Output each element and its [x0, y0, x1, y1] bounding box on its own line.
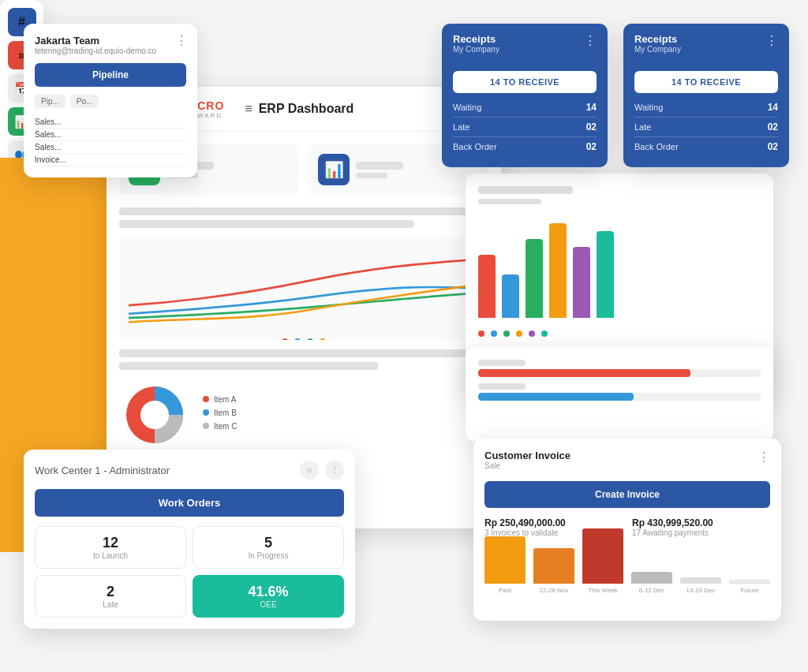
wc-circle-icon[interactable]: ○	[300, 461, 319, 480]
hbar-fill-1	[478, 369, 690, 377]
chart-legend-dots	[129, 338, 479, 340]
invoice-amount-2: Rp 430,999,520.00 17 Awaiting payments	[632, 517, 770, 537]
receipt1-more-icon[interactable]: ⋮	[584, 33, 597, 48]
receipt-label-backorder-2: Back Order	[634, 142, 679, 151]
receipt-row-backorder-1: Back Order 02	[453, 137, 597, 156]
inv-bar-group-nov: 22-28 Nov	[533, 548, 574, 594]
line2	[119, 362, 378, 370]
receive-button-2[interactable]: 14 TO RECEIVE	[634, 71, 778, 93]
erp-dashboard-title: ERP Dashboard	[259, 102, 354, 116]
bar-group-3	[526, 239, 543, 318]
hbar-bg-2	[478, 393, 761, 401]
receipt-title-1: Receipts	[453, 33, 499, 45]
legend-item: Item A	[203, 395, 488, 404]
dot-yellow	[320, 338, 326, 340]
receipt-val-waiting-2: 14	[768, 102, 778, 113]
wc-stat-label-inprogress: In Progress	[201, 551, 335, 560]
wc-stat-late: 2 Late	[35, 575, 186, 618]
legend-dot-2	[491, 330, 497, 337]
receive-button-1[interactable]: 14 TO RECEIVE	[453, 71, 597, 93]
inv-bar-group-dec13: 13-19 Dec	[680, 577, 721, 594]
work-orders-button[interactable]: Work Orders	[35, 489, 344, 517]
receipt-row-waiting-1: Waiting 14	[453, 98, 597, 118]
stat-info-chart	[356, 162, 403, 178]
erp-title-area: ≡ ERP Dashboard	[245, 102, 354, 116]
legend-item: Item B	[203, 409, 488, 417]
inv-bar-future	[729, 580, 770, 584]
inv-bar-past	[484, 536, 526, 584]
bar-group-5	[573, 247, 590, 318]
wc-stat-oee: 41.6% OEE	[193, 575, 344, 618]
wc-stat-label-late: Late	[43, 600, 178, 609]
chart-icon: 📊	[318, 154, 350, 185]
bar-6	[597, 231, 614, 318]
line2	[119, 349, 488, 357]
bar-group-6	[597, 231, 614, 318]
invoice-subtitle: Sale	[484, 461, 570, 470]
invoice-amounts: Rp 250,490,000.00 3 Invoices to validate…	[484, 517, 770, 537]
jakarta-list-item[interactable]: Invoice...	[35, 154, 186, 166]
pipeline-button[interactable]: Pipeline	[35, 63, 186, 87]
receipt-val-backorder-2: 02	[768, 141, 778, 152]
create-invoice-button[interactable]: Create Invoice	[484, 481, 770, 508]
receipt2-more-icon[interactable]: ⋮	[765, 33, 778, 48]
inv-bar-group-past: Past	[484, 536, 526, 594]
bar-chart-area	[478, 214, 761, 324]
inv-bar-thisweek	[582, 528, 623, 584]
jakarta-more-button[interactable]: ⋮	[175, 33, 188, 48]
bar-4	[549, 223, 567, 318]
jakarta-card-title: Jakarta Team	[35, 35, 186, 47]
receipt-row-late-1: Late 02	[453, 118, 597, 137]
jakarta-list-item[interactable]: Sales...	[35, 116, 186, 129]
wc-stat-val-late: 2	[43, 584, 178, 600]
receipt-label-late-1: Late	[453, 122, 469, 132]
receipt-header-1: Receipts My Company ⋮	[442, 24, 608, 63]
legend-dot-4	[516, 330, 522, 337]
jakarta-list-item[interactable]: Sales...	[35, 141, 186, 154]
wc-icons: ○ ⋮	[300, 461, 344, 480]
pie-chart	[119, 379, 190, 450]
legend-dot-red	[203, 396, 209, 402]
wc-more-icon[interactable]: ⋮	[325, 461, 344, 480]
receipt-label-backorder-1: Back Order	[453, 142, 497, 151]
bar-3	[526, 239, 543, 318]
receipt-subtitle-2: My Company	[634, 45, 681, 54]
receipt-label-waiting-1: Waiting	[453, 103, 481, 112]
receipt-card-2: Receipts My Company ⋮ 14 TO RECEIVE Wait…	[623, 24, 789, 167]
stat-val-placeholder2	[356, 162, 403, 170]
line	[119, 207, 488, 215]
hbar-fill-2	[478, 393, 634, 401]
customer-invoice-card: Customer Invoice Sale ⋮ Create Invoice R…	[473, 439, 781, 621]
receipt-header-2: Receipts My Company ⋮	[623, 24, 789, 63]
receipt-header-texts-2: Receipts My Company	[634, 33, 681, 54]
invoice-more-icon[interactable]: ⋮	[758, 450, 770, 478]
hbar-label-2	[478, 383, 526, 390]
content-lines-1	[119, 207, 488, 228]
bar-chart-sub-placeholder	[478, 199, 541, 204]
hamburger-icon[interactable]: ≡	[245, 102, 252, 116]
invoice-header-texts: Customer Invoice Sale	[484, 450, 570, 478]
inv-bar-group-future: Future	[729, 580, 770, 594]
receipt-row-backorder-2: Back Order 02	[634, 137, 778, 156]
jakarta-list-item[interactable]: Sales...	[35, 129, 186, 141]
receipt-label-waiting-2: Waiting	[634, 103, 663, 112]
invoice-bar-chart: Past 22-28 Nov This Week 6-12 Dec 13-19 …	[484, 547, 770, 610]
pipeline-tab-po[interactable]: Po...	[70, 95, 99, 108]
legend-dot-1	[478, 330, 484, 337]
legend-label: Item C	[214, 422, 237, 431]
pipeline-tab-pip[interactable]: Pip...	[35, 95, 65, 108]
wc-stat-val-inprogress: 5	[201, 535, 335, 551]
inv-bar-group-thisweek: This Week	[582, 528, 623, 594]
line-chart-svg	[129, 247, 479, 330]
legend-dot-5	[529, 330, 535, 337]
receipt-label-late-2: Late	[634, 122, 651, 132]
erp-body: $ 📊	[107, 132, 501, 463]
workcenter-card: Work Center 1 - Administrator ○ ⋮ Work O…	[24, 450, 355, 629]
inv-bar-label-dec13: 13-19 Dec	[686, 587, 716, 594]
bar-group-4	[549, 223, 567, 318]
dot-green	[307, 338, 313, 340]
legend-dot-gray	[203, 423, 209, 429]
wc-title-main: Work Center 1	[35, 465, 101, 476]
bar-group-1	[478, 255, 496, 318]
hbar-row-1	[478, 360, 761, 377]
